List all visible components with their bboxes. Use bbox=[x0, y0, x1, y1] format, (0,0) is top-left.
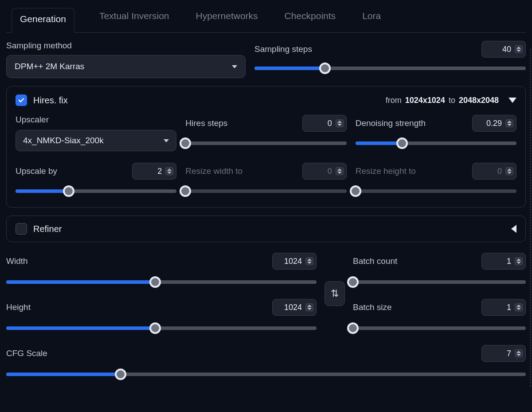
width-input[interactable]: 1024 bbox=[272, 253, 317, 270]
denoising-slider[interactable] bbox=[356, 137, 516, 149]
stepper-icon[interactable] bbox=[165, 167, 173, 175]
upscaler-select[interactable]: 4x_NMKD-Siax_200k bbox=[16, 130, 176, 151]
denoising-input[interactable]: 0.29 bbox=[472, 115, 516, 132]
tab-textual-inversion[interactable]: Textual Inversion bbox=[98, 8, 171, 32]
chevron-down-icon bbox=[232, 65, 237, 68]
cfg-scale-input[interactable]: 7 bbox=[481, 345, 526, 362]
tab-generation[interactable]: Generation bbox=[12, 8, 74, 33]
height-input[interactable]: 1024 bbox=[272, 299, 317, 316]
height-slider[interactable] bbox=[6, 322, 317, 334]
collapse-icon[interactable] bbox=[509, 98, 516, 103]
upscale-by-slider[interactable] bbox=[16, 185, 176, 197]
hires-steps-label: Hires steps bbox=[185, 118, 227, 128]
sampling-steps-label: Sampling steps bbox=[254, 44, 312, 54]
refiner-checkbox[interactable] bbox=[16, 223, 27, 235]
upscale-by-input[interactable]: 2 bbox=[132, 163, 176, 180]
hires-fix-title: Hires. fix bbox=[33, 95, 68, 106]
stepper-icon[interactable] bbox=[515, 257, 523, 265]
batch-size-input[interactable]: 1 bbox=[481, 299, 526, 316]
width-label: Width bbox=[6, 256, 28, 266]
tab-checkpoints[interactable]: Checkpoints bbox=[283, 8, 338, 32]
stepper-icon[interactable] bbox=[336, 119, 344, 127]
check-icon bbox=[18, 97, 25, 104]
resize-width-label: Resize width to bbox=[185, 166, 243, 176]
refiner-title: Refiner bbox=[33, 224, 62, 234]
hires-resize-info: from 1024x1024 to 2048x2048 bbox=[386, 96, 516, 105]
swap-icon: ⇅ bbox=[331, 288, 339, 299]
expand-icon[interactable] bbox=[511, 225, 516, 233]
stepper-icon[interactable] bbox=[305, 257, 313, 265]
height-label: Height bbox=[6, 302, 31, 312]
width-slider[interactable] bbox=[6, 276, 317, 288]
cfg-scale-label: CFG Scale bbox=[6, 349, 47, 358]
resize-height-label: Resize height to bbox=[356, 166, 416, 176]
sampling-method-select[interactable]: DPM++ 2M Karras bbox=[6, 55, 246, 78]
stepper-icon[interactable] bbox=[336, 167, 344, 175]
refiner-panel: Refiner bbox=[6, 216, 526, 242]
stepper-icon[interactable] bbox=[515, 45, 523, 53]
batch-count-label: Batch count bbox=[353, 256, 397, 266]
hires-steps-slider[interactable] bbox=[185, 137, 346, 149]
sampling-method-value: DPM++ 2M Karras bbox=[15, 62, 84, 71]
hires-fix-checkbox[interactable] bbox=[16, 94, 27, 106]
stepper-icon[interactable] bbox=[305, 303, 313, 311]
hires-steps-input[interactable]: 0 bbox=[302, 115, 347, 132]
upscaler-label: Upscaler bbox=[16, 115, 176, 125]
batch-count-input[interactable]: 1 bbox=[481, 253, 526, 270]
resize-width-input[interactable]: 0 bbox=[302, 163, 347, 180]
upscale-by-label: Upscale by bbox=[16, 166, 57, 176]
batch-size-label: Batch size bbox=[353, 302, 392, 312]
sampling-steps-slider[interactable] bbox=[254, 62, 526, 75]
tab-lora[interactable]: Lora bbox=[360, 8, 383, 32]
cfg-scale-slider[interactable] bbox=[6, 368, 526, 381]
batch-size-slider[interactable] bbox=[353, 322, 526, 334]
stepper-icon[interactable] bbox=[515, 303, 523, 311]
swap-dimensions-button[interactable]: ⇅ bbox=[325, 281, 345, 306]
batch-count-slider[interactable] bbox=[353, 276, 526, 288]
denoising-label: Denoising strength bbox=[356, 118, 426, 128]
resize-width-slider[interactable] bbox=[185, 185, 346, 197]
stepper-icon[interactable] bbox=[515, 349, 523, 357]
tab-bar: Generation Textual Inversion Hypernetwor… bbox=[6, 0, 526, 33]
hires-fix-panel: Hires. fix from 1024x1024 to 2048x2048 U… bbox=[6, 86, 526, 208]
chevron-down-icon bbox=[164, 139, 169, 142]
stepper-icon[interactable] bbox=[505, 167, 513, 175]
stepper-icon[interactable] bbox=[505, 119, 513, 127]
tab-hypernetworks[interactable]: Hypernetworks bbox=[194, 8, 260, 32]
resize-height-slider[interactable] bbox=[356, 185, 516, 197]
resize-height-input[interactable]: 0 bbox=[472, 163, 516, 180]
sampling-method-label: Sampling method bbox=[6, 41, 246, 51]
sampling-steps-input[interactable]: 40 bbox=[481, 41, 526, 58]
